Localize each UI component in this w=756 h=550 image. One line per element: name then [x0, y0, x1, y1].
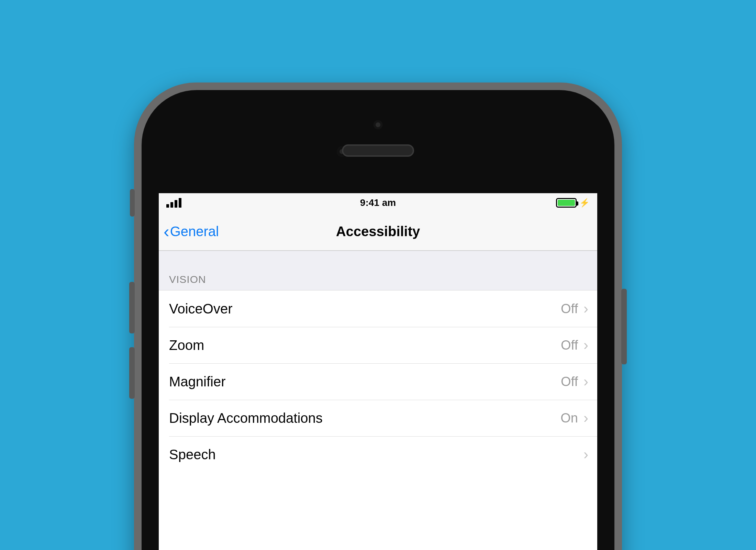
back-label: General: [170, 224, 219, 239]
row-label: Display Accommodations: [169, 410, 323, 426]
row-label: VoiceOver: [169, 301, 233, 317]
chevron-right-icon: ›: [583, 337, 588, 353]
row-value: On: [560, 411, 578, 426]
status-bar: 9:41 am ⚡: [159, 193, 597, 212]
cellular-signal-icon: [166, 198, 181, 208]
row-label: Speech: [169, 447, 216, 462]
row-zoom[interactable]: Zoom Off ›: [159, 327, 597, 363]
charging-icon: ⚡: [579, 198, 590, 208]
chevron-right-icon: ›: [583, 410, 588, 426]
row-value: Off: [561, 338, 578, 353]
row-speech[interactable]: Speech ›: [159, 436, 597, 473]
row-value: Off: [561, 301, 578, 316]
chevron-right-icon: ›: [583, 300, 588, 317]
phone-frame-outer: 9:41 am ⚡ ‹ General Accessibility VISION: [134, 82, 622, 550]
chevron-left-icon: ‹: [164, 223, 169, 240]
volume-down-button: [129, 347, 135, 399]
battery-icon: [556, 198, 577, 208]
nav-bar: ‹ General Accessibility: [159, 212, 597, 251]
row-display-accommodations[interactable]: Display Accommodations On ›: [159, 400, 597, 436]
mute-switch: [130, 189, 135, 217]
status-time: 9:41 am: [360, 197, 396, 208]
power-button: [621, 289, 627, 364]
earpiece-speaker: [342, 144, 414, 157]
page-title: Accessibility: [336, 224, 420, 239]
section-header-vision: VISION: [159, 251, 597, 290]
row-magnifier[interactable]: Magnifier Off ›: [159, 363, 597, 400]
chevron-right-icon: ›: [583, 446, 588, 463]
volume-up-button: [129, 282, 135, 333]
chevron-right-icon: ›: [583, 373, 588, 390]
screen: 9:41 am ⚡ ‹ General Accessibility VISION: [159, 193, 597, 550]
row-label: Magnifier: [169, 374, 226, 389]
row-voiceover[interactable]: VoiceOver Off ›: [159, 290, 597, 327]
back-button[interactable]: ‹ General: [164, 223, 219, 240]
row-value: Off: [561, 374, 578, 389]
phone-frame-inner: 9:41 am ⚡ ‹ General Accessibility VISION: [142, 90, 614, 550]
front-camera: [374, 120, 382, 129]
row-label: Zoom: [169, 338, 204, 353]
